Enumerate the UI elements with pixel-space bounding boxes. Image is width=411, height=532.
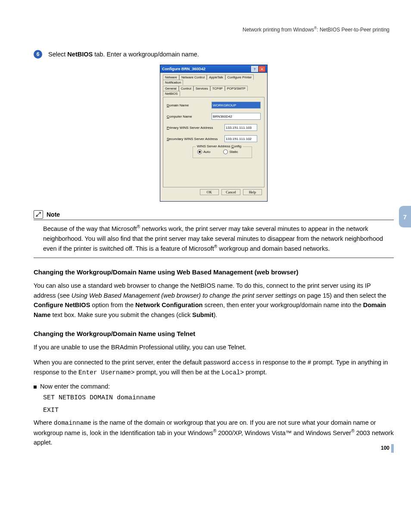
step-instruction: Select NetBIOS tab. Enter a workgroup/do… [48,50,199,59]
help-icon[interactable]: ? [251,66,258,72]
domain-name-label: Domain Name [167,103,209,107]
page-number-bar [391,444,394,453]
dialog-title: Configure BRN_360D42 [162,67,206,71]
header-text-1: Network printing from Windows [243,27,314,33]
registered-mark: ® [137,224,140,229]
note-icon [34,210,43,219]
bullet-text: Now enter the command: [40,383,110,390]
primary-wins-label: Primary WINS Server Address [167,126,222,130]
dialog-tabs-row2: General Control Services TCP/IP POP3/SMT… [163,86,265,96]
primary-wins-input[interactable] [224,124,257,131]
chapter-side-tab: 7 [399,206,411,227]
note-label: Note [47,211,60,218]
registered-mark: ® [351,429,354,433]
tab-appletalk[interactable]: AppleTalk [207,75,225,80]
close-icon[interactable]: × [258,66,265,72]
command-set-netbios: SET NETBIOS DOMAIN domainname [43,392,394,404]
tab-services[interactable]: Services [193,86,210,91]
heading-telnet: Changing the Workgroup/Domain Name using… [34,330,394,337]
tab-configure-printer[interactable]: Configure Printer [225,75,254,80]
step-number-badge: 6 [34,50,42,59]
tab-pop3smtp[interactable]: POP3/SMTP [225,86,248,91]
tab-netware-control[interactable]: Netware Control [179,75,207,80]
bullet-icon [34,386,37,389]
dialog-titlebar: Configure BRN_360D42 ? × [160,65,267,73]
secondary-wins-input[interactable] [224,135,257,142]
tab-tcpip[interactable]: TCP/IP [210,86,225,91]
dialog-tabs-row1: Netware Netware Control AppleTalk Config… [163,75,265,85]
computer-name-label: Computer Name [167,115,209,118]
header-text-2: : NetBIOS Peer-to-Peer printing [317,27,389,33]
secondary-wins-label: Secondary WINS Server Address [167,137,222,141]
note-box: Note Because of the way that Microsoft® … [34,210,394,258]
telnet-p2: When you are connected to the print serv… [34,358,394,378]
configure-dialog: Configure BRN_360D42 ? × Netware Netware… [160,65,268,202]
netbios-panel: Domain Name Computer Name Primary WINS S… [163,97,265,187]
domain-name-input[interactable] [212,102,261,109]
tab-notification[interactable]: Notification [163,80,183,85]
wins-config-legend: WINS Server Address Config [196,144,243,148]
tab-netbios[interactable]: NetBIOS [163,91,180,96]
note-body: Because of the way that Microsoft® netwo… [34,224,394,253]
telnet-p3: Where domainname is the name of the doma… [34,418,394,448]
cancel-button[interactable]: Cancel [221,189,240,195]
tab-general[interactable]: General [163,86,179,91]
tab-netware[interactable]: Netware [163,75,179,80]
telnet-p1: If you are unable to use the BRAdmin Pro… [34,342,394,352]
web-management-paragraph: You can also use a standard web browser … [34,281,394,320]
wins-config-fieldset: WINS Server Address Config Auto Static [193,146,252,158]
tab-control[interactable]: Control [179,86,193,91]
command-exit: EXIT [43,405,394,416]
radio-auto[interactable]: Auto [197,149,210,154]
ok-button[interactable]: OK [200,189,219,195]
page-header: Network printing from Windows®: NetBIOS … [34,26,394,33]
page-number: 100 [381,445,389,451]
step-6-row: 6 Select NetBIOS tab. Enter a workgroup/… [34,50,394,59]
computer-name-input[interactable] [212,113,261,120]
bullet-now-enter: Now enter the command: [34,383,394,390]
help-button[interactable]: Help [243,189,262,195]
heading-web-management: Changing the Workgroup/Domain Name using… [34,268,394,276]
radio-static[interactable]: Static [223,149,238,154]
